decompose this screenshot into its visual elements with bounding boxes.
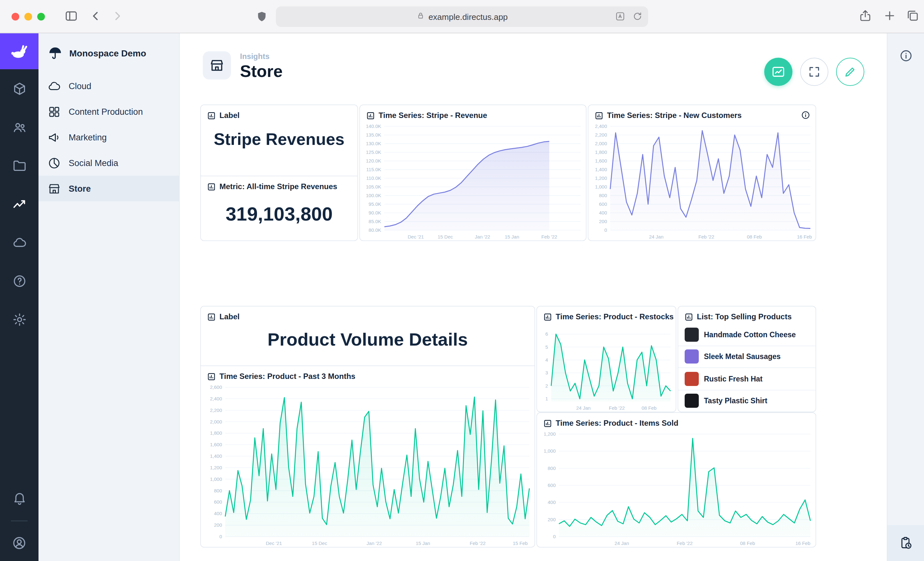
sidebar-item-social-media[interactable]: Social Media xyxy=(39,150,179,176)
panel-header-label: Time Series: Stripe - Revenue xyxy=(379,111,487,120)
svg-text:4: 4 xyxy=(545,357,548,362)
metric-value: 319,103,800 xyxy=(201,203,357,231)
svg-text:24 Jan: 24 Jan xyxy=(576,405,591,411)
storefront-icon xyxy=(48,182,61,195)
panel-chart-icon xyxy=(207,183,216,191)
fullscreen-icon xyxy=(808,66,821,78)
svg-text:3: 3 xyxy=(545,370,548,375)
sidebar-toggle-icon[interactable] xyxy=(64,9,78,23)
navigation-sidebar: Monospace Demo Cloud Content Production … xyxy=(39,33,180,561)
svg-text:0: 0 xyxy=(219,534,222,539)
info-icon[interactable] xyxy=(801,110,810,122)
project-name: Monospace Demo xyxy=(69,48,146,58)
svg-text:1,400: 1,400 xyxy=(210,453,222,459)
svg-text:800: 800 xyxy=(214,488,222,494)
page-title: Store xyxy=(240,63,283,79)
svg-text:Feb '22: Feb '22 xyxy=(541,234,557,239)
activity-drawer-button[interactable] xyxy=(887,525,924,561)
panel-header-label: Label xyxy=(219,312,240,321)
module-help-button[interactable] xyxy=(0,262,39,300)
panel-header-label: List: Top Selling Products xyxy=(697,312,792,321)
help-icon xyxy=(12,274,27,288)
info-sidebar xyxy=(887,33,924,561)
close-window-button[interactable] xyxy=(12,13,19,21)
panel-product-restocks: Time Series: Product - Restocks 65432124… xyxy=(536,306,676,412)
svg-text:100.0K: 100.0K xyxy=(366,193,381,198)
gear-icon xyxy=(12,312,27,327)
address-bar[interactable]: example.directus.app xyxy=(276,6,648,27)
info-icon[interactable] xyxy=(898,49,913,66)
svg-text:2,000: 2,000 xyxy=(210,419,222,425)
svg-text:135.0K: 135.0K xyxy=(366,132,381,138)
privacy-shield-icon[interactable] xyxy=(255,10,268,23)
reload-icon[interactable] xyxy=(632,11,643,24)
svg-text:95.0K: 95.0K xyxy=(369,201,381,207)
notifications-button[interactable] xyxy=(0,478,39,517)
breadcrumb[interactable]: Insights xyxy=(240,52,283,61)
url-text: example.directus.app xyxy=(428,12,507,21)
svg-text:400: 400 xyxy=(214,511,222,516)
back-button[interactable] xyxy=(88,9,103,23)
svg-text:6: 6 xyxy=(545,331,548,337)
panel-header-label: Time Series: Product - Past 3 Months xyxy=(219,372,356,381)
edit-dashboard-button[interactable] xyxy=(836,58,864,86)
sidebar-item-content-production[interactable]: Content Production xyxy=(39,99,179,124)
svg-text:85.0K: 85.0K xyxy=(369,218,381,224)
svg-text:2,200: 2,200 xyxy=(595,132,607,138)
user-avatar-button[interactable] xyxy=(0,525,39,561)
dashboard-main: Insights Store xyxy=(180,33,887,561)
svg-text:2,000: 2,000 xyxy=(595,141,607,146)
module-users-button[interactable] xyxy=(0,108,39,146)
fullscreen-button[interactable] xyxy=(800,58,828,86)
svg-text:24 Jan: 24 Jan xyxy=(649,234,663,239)
pencil-icon xyxy=(844,66,856,78)
panel-chart-icon xyxy=(543,419,552,427)
sidebar-item-marketing[interactable]: Marketing xyxy=(39,124,179,150)
svg-text:24 Jan: 24 Jan xyxy=(614,540,629,546)
module-insights-button[interactable] xyxy=(0,185,39,223)
product-items-sold-chart: 1,2001,000800600400200024 JanFeb '2208 F… xyxy=(537,430,816,547)
svg-text:Feb '22: Feb '22 xyxy=(676,540,693,546)
product-thumbnail xyxy=(685,372,699,386)
panel-chart-icon xyxy=(685,313,693,321)
list-item: Rustic Fresh Hat xyxy=(678,367,816,389)
svg-text:115.0K: 115.0K xyxy=(366,167,381,172)
module-files-button[interactable] xyxy=(0,146,39,185)
translate-icon[interactable] xyxy=(615,11,626,24)
label-panel: Label Stripe Revenues xyxy=(201,105,357,176)
zoom-window-button[interactable] xyxy=(37,13,45,21)
minimize-window-button[interactable] xyxy=(24,13,32,21)
svg-text:1,200: 1,200 xyxy=(543,431,556,437)
present-mode-button[interactable] xyxy=(764,58,792,86)
svg-text:15 Dec: 15 Dec xyxy=(312,540,327,546)
label-text: Product Volume Details xyxy=(201,324,534,358)
tab-overview-icon[interactable] xyxy=(906,9,920,22)
rabbit-logo-icon xyxy=(10,43,29,59)
sidebar-item-store[interactable]: Store xyxy=(39,176,179,201)
new-tab-icon[interactable] xyxy=(883,9,896,22)
metric-panel: Metric: All-time Stripe Revenues 319,103… xyxy=(201,176,357,241)
sidebar-item-cloud[interactable]: Cloud xyxy=(39,73,179,99)
svg-text:Dec '21: Dec '21 xyxy=(266,540,282,546)
module-settings-button[interactable] xyxy=(0,300,39,338)
module-content-button[interactable] xyxy=(0,69,39,108)
directus-logo[interactable] xyxy=(0,33,39,69)
panel-chart-icon xyxy=(543,313,552,321)
svg-text:15 Dec: 15 Dec xyxy=(438,234,453,239)
share-icon[interactable] xyxy=(858,9,872,22)
megaphone-icon xyxy=(48,130,61,144)
project-header[interactable]: Monospace Demo xyxy=(39,33,179,73)
svg-text:1,200: 1,200 xyxy=(595,175,607,181)
panel-chart-icon xyxy=(207,111,216,120)
svg-text:200: 200 xyxy=(599,218,607,224)
panel-chart-icon xyxy=(595,111,603,120)
svg-text:400: 400 xyxy=(599,210,607,215)
module-cloud-button[interactable] xyxy=(0,223,39,262)
svg-text:1,200: 1,200 xyxy=(210,465,222,470)
forward-button[interactable] xyxy=(110,9,124,23)
svg-text:1,600: 1,600 xyxy=(210,442,222,447)
list-item: Sleek Metal Sausages xyxy=(678,345,816,367)
panel-stripe-revenue: Time Series: Stripe - Revenue 140.0K135.… xyxy=(359,105,586,241)
svg-text:90.0K: 90.0K xyxy=(369,210,381,215)
storefront-icon xyxy=(209,58,225,73)
